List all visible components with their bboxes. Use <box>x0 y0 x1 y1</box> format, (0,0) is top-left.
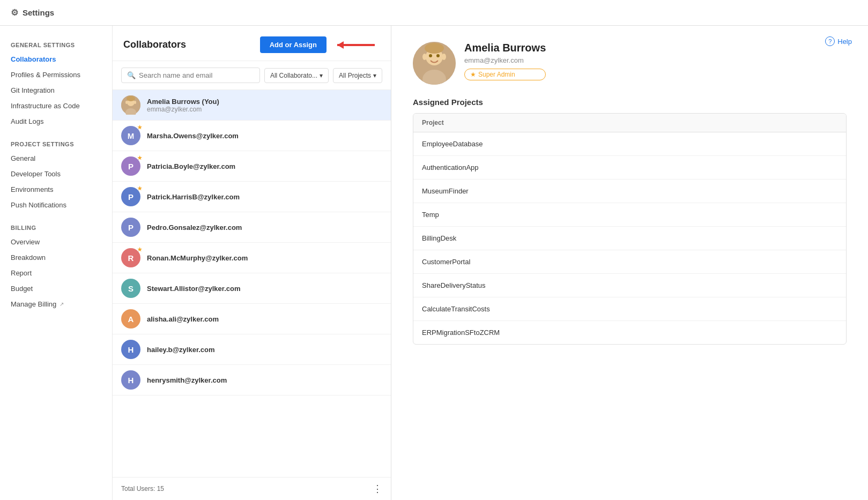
avatar: H <box>121 340 140 359</box>
collab-info: Marsha.Owens@zylker.com <box>147 132 382 140</box>
collab-info: Stewart.Allistor@zylker.com <box>147 285 382 293</box>
settings-title: ⚙ Settings <box>11 8 54 18</box>
sidebar-item-environments[interactable]: Environments <box>0 182 112 197</box>
super-admin-badge: ★ Super Admin <box>464 69 546 80</box>
collab-email: Patricia.Boyle@zylker.com <box>147 162 382 170</box>
collab-info: alisha.ali@zylker.com <box>147 315 382 323</box>
table-row: CustomerPortal <box>413 250 846 274</box>
list-item[interactable]: SStewart.Allistor@zylker.com <box>113 273 391 304</box>
star-icon: ★ <box>470 71 476 78</box>
collab-info: Patrick.HarrisB@zylker.com <box>147 193 382 201</box>
avatar <box>121 95 140 115</box>
sidebar-item-profiles[interactable]: Profiles & Permissions <box>0 67 112 83</box>
table-row: EmployeeDatabase <box>413 132 846 156</box>
collab-name: Amelia Burrows (You) <box>147 98 382 106</box>
user-profile-section: Amelia Burrows emma@zylker.com ★ Super A… <box>413 42 847 85</box>
more-options-button[interactable]: ⋮ <box>373 483 382 495</box>
sidebar-item-devtools[interactable]: Developer Tools <box>0 166 112 182</box>
project-section-title: Project Settings <box>0 136 112 151</box>
projects-list: EmployeeDatabaseAuthenticationAppMuseumF… <box>413 132 846 344</box>
collaborators-panel: Collaborators Add or Assign 🔍 <box>113 26 391 500</box>
sidebar-item-pushnotif[interactable]: Push Notifications <box>0 197 112 213</box>
general-section-title: General Settings <box>0 36 112 51</box>
help-icon: ? <box>825 36 835 46</box>
profile-avatar <box>413 42 456 85</box>
svg-point-5 <box>125 101 128 104</box>
sidebar-item-report[interactable]: Report <box>0 265 112 281</box>
total-users-label: Total Users: 15 <box>121 485 164 492</box>
svg-point-6 <box>134 101 136 104</box>
avatar: H <box>121 370 140 390</box>
help-link[interactable]: ? Help <box>825 36 852 46</box>
sidebar-item-iac[interactable]: Infrastructure as Code <box>0 98 112 114</box>
red-arrow-svg <box>332 37 380 53</box>
star-icon: ★ <box>137 185 142 191</box>
svg-marker-1 <box>337 41 344 49</box>
sidebar-item-audit[interactable]: Audit Logs <box>0 114 112 129</box>
assigned-projects-section: Assigned Projects Project EmployeeDataba… <box>413 98 847 345</box>
list-item[interactable]: Aalisha.ali@zylker.com <box>113 304 391 334</box>
sidebar: General Settings Collaborators Profiles … <box>0 26 113 500</box>
star-icon: ★ <box>137 247 142 252</box>
profile-email: emma@zylker.com <box>464 56 546 64</box>
avatar: ★P <box>121 187 140 206</box>
sidebar-item-pgeneral[interactable]: General <box>0 151 112 166</box>
list-item[interactable]: PPedro.Gonsalez@zylker.com <box>113 212 391 243</box>
sidebar-item-collaborators[interactable]: Collaborators <box>0 51 112 67</box>
avatar: ★M <box>121 126 140 145</box>
collab-info: Pedro.Gonsalez@zylker.com <box>147 223 382 232</box>
arrow-annotation <box>332 37 380 53</box>
collab-email: Marsha.Owens@zylker.com <box>147 132 382 140</box>
search-icon: 🔍 <box>127 71 136 79</box>
sidebar-item-git[interactable]: Git Integration <box>0 83 112 98</box>
collab-info: Ronan.McMurphy@zylker.com <box>147 254 382 262</box>
projects-table-header: Project <box>413 114 846 132</box>
avatar: ★R <box>121 248 140 267</box>
list-item[interactable]: Hhailey.b@zylker.com <box>113 334 391 365</box>
list-item[interactable]: Amelia Burrows (You)emma@zylker.com <box>113 90 391 121</box>
collab-email: alisha.ali@zylker.com <box>147 315 382 323</box>
sidebar-item-overview[interactable]: Overview <box>0 234 112 250</box>
avatar-image <box>413 42 456 85</box>
list-item[interactable]: ★RRonan.McMurphy@zylker.com <box>113 243 391 273</box>
search-box: 🔍 <box>121 68 260 83</box>
main-layout: General Settings Collaborators Profiles … <box>0 26 868 500</box>
star-icon: ★ <box>137 124 142 130</box>
all-collaborators-filter[interactable]: All Collaborato... ▾ <box>264 68 329 83</box>
add-assign-button[interactable]: Add or Assign <box>260 36 327 53</box>
list-item[interactable]: ★PPatricia.Boyle@zylker.com <box>113 151 391 182</box>
table-row: CalculateTransitCosts <box>413 297 846 321</box>
svg-point-11 <box>429 54 432 57</box>
sidebar-item-managebilling[interactable]: Manage Billing ↗ <box>0 296 112 312</box>
svg-point-7 <box>127 96 135 101</box>
table-row: Temp <box>413 203 846 227</box>
avatar: S <box>121 279 140 298</box>
table-row: MuseumFinder <box>413 180 846 203</box>
list-item[interactable]: ★MMarsha.Owens@zylker.com <box>113 121 391 151</box>
collab-email: Pedro.Gonsalez@zylker.com <box>147 223 382 232</box>
collab-info: Amelia Burrows (You)emma@zylker.com <box>147 98 382 113</box>
avatar: P <box>121 218 140 237</box>
collab-email: Stewart.Allistor@zylker.com <box>147 285 382 293</box>
collab-info: henrysmith@zylker.com <box>147 376 382 384</box>
table-row: ERPMigrationSFtoZCRM <box>413 321 846 344</box>
search-filter-row: 🔍 All Collaborato... ▾ All Projects ▾ <box>113 61 391 90</box>
collab-footer: Total Users: 15 ⋮ <box>113 477 391 500</box>
list-item[interactable]: Hhenrysmith@zylker.com <box>113 365 391 395</box>
search-input[interactable] <box>139 71 254 79</box>
collab-title: Collaborators <box>123 39 186 50</box>
all-projects-filter[interactable]: All Projects ▾ <box>333 68 382 83</box>
collab-header: Collaborators Add or Assign <box>113 26 391 61</box>
sidebar-item-breakdown[interactable]: Breakdown <box>0 250 112 265</box>
table-row: AuthenticationApp <box>413 156 846 180</box>
collaborators-list: Amelia Burrows (You)emma@zylker.com★MMar… <box>113 90 391 477</box>
list-item[interactable]: ★PPatrick.HarrisB@zylker.com <box>113 182 391 212</box>
sidebar-item-budget[interactable]: Budget <box>0 281 112 296</box>
content-area: Collaborators Add or Assign 🔍 <box>113 26 868 500</box>
collab-email: hailey.b@zylker.com <box>147 346 382 354</box>
table-row: ShareDeliveryStatus <box>413 274 846 297</box>
assigned-projects-title: Assigned Projects <box>413 98 847 107</box>
collab-email: henrysmith@zylker.com <box>147 376 382 384</box>
billing-section-title: Billing <box>0 219 112 234</box>
gear-icon: ⚙ <box>11 8 18 18</box>
